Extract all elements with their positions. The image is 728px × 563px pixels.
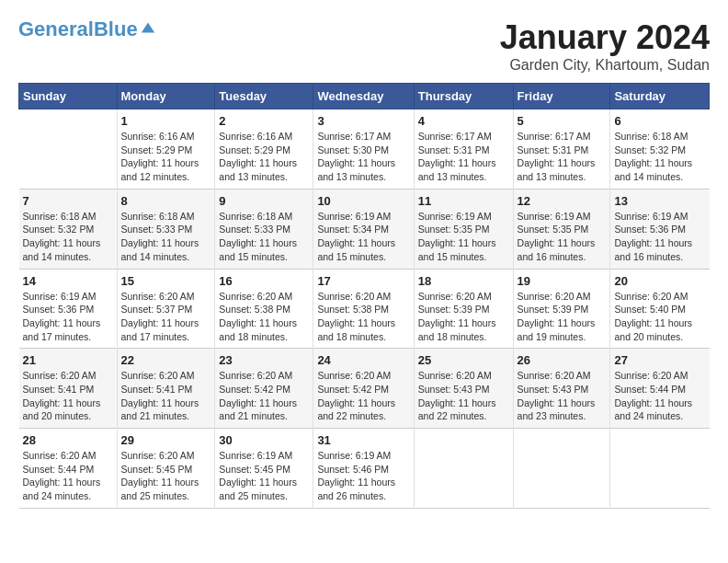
calendar-cell: 2Sunrise: 6:16 AM Sunset: 5:29 PM Daylig… [215,109,313,190]
calendar-cell: 15Sunrise: 6:20 AM Sunset: 5:37 PM Dayli… [117,269,215,349]
day-number: 22 [121,353,211,367]
calendar-cell: 17Sunrise: 6:20 AM Sunset: 5:38 PM Dayli… [313,269,414,349]
cell-info: Sunrise: 6:20 AM Sunset: 5:37 PM Dayligh… [121,290,211,344]
day-number: 10 [317,194,409,208]
cell-info: Sunrise: 6:18 AM Sunset: 5:33 PM Dayligh… [121,210,211,264]
calendar-cell: 7Sunrise: 6:18 AM Sunset: 5:32 PM Daylig… [19,189,118,269]
day-number: 21 [23,353,113,367]
calendar-cell: 4Sunrise: 6:17 AM Sunset: 5:31 PM Daylig… [414,109,513,190]
day-number: 13 [614,194,705,208]
calendar-cell: 10Sunrise: 6:19 AM Sunset: 5:34 PM Dayli… [313,189,414,269]
calendar-cell [414,429,513,509]
calendar-cell: 11Sunrise: 6:19 AM Sunset: 5:35 PM Dayli… [414,189,513,269]
day-number: 18 [418,274,509,288]
calendar-cell: 23Sunrise: 6:20 AM Sunset: 5:42 PM Dayli… [215,349,313,429]
day-number: 1 [121,114,211,128]
calendar-week-row: 7Sunrise: 6:18 AM Sunset: 5:32 PM Daylig… [19,189,710,269]
cell-info: Sunrise: 6:19 AM Sunset: 5:36 PM Dayligh… [614,210,705,264]
calendar-cell: 31Sunrise: 6:19 AM Sunset: 5:46 PM Dayli… [313,429,414,509]
day-number: 28 [23,433,113,447]
day-number: 14 [23,274,113,288]
cell-info: Sunrise: 6:16 AM Sunset: 5:29 PM Dayligh… [219,130,309,184]
header-friday: Friday [513,84,610,109]
calendar-cell: 12Sunrise: 6:19 AM Sunset: 5:35 PM Dayli… [513,189,610,269]
day-number: 24 [317,353,409,367]
day-number: 23 [219,353,309,367]
cell-info: Sunrise: 6:17 AM Sunset: 5:30 PM Dayligh… [317,130,409,184]
day-number: 7 [23,194,113,208]
header-saturday: Saturday [610,84,710,109]
calendar-cell: 25Sunrise: 6:20 AM Sunset: 5:43 PM Dayli… [414,349,513,429]
day-number: 2 [219,114,309,128]
calendar-header-row: SundayMondayTuesdayWednesdayThursdayFrid… [19,84,710,109]
calendar-cell: 26Sunrise: 6:20 AM Sunset: 5:43 PM Dayli… [513,349,610,429]
day-number: 27 [614,353,705,367]
calendar-cell [19,109,118,190]
cell-info: Sunrise: 6:16 AM Sunset: 5:29 PM Dayligh… [121,130,211,184]
calendar-cell: 29Sunrise: 6:20 AM Sunset: 5:45 PM Dayli… [117,429,215,509]
page-subtitle: Garden City, Khartoum, Sudan [500,57,710,74]
cell-info: Sunrise: 6:20 AM Sunset: 5:42 PM Dayligh… [317,369,409,423]
title-block: January 2024 Garden City, Khartoum, Suda… [500,18,710,74]
day-number: 26 [518,353,607,367]
calendar-cell: 6Sunrise: 6:18 AM Sunset: 5:32 PM Daylig… [610,109,710,190]
calendar-cell: 8Sunrise: 6:18 AM Sunset: 5:33 PM Daylig… [117,189,215,269]
cell-info: Sunrise: 6:19 AM Sunset: 5:35 PM Dayligh… [418,210,509,264]
header-thursday: Thursday [414,84,513,109]
calendar-cell: 19Sunrise: 6:20 AM Sunset: 5:39 PM Dayli… [513,269,610,349]
day-number: 4 [418,114,509,128]
svg-marker-0 [141,23,154,33]
calendar-cell: 27Sunrise: 6:20 AM Sunset: 5:44 PM Dayli… [610,349,710,429]
cell-info: Sunrise: 6:20 AM Sunset: 5:44 PM Dayligh… [23,449,113,503]
day-number: 6 [614,114,705,128]
calendar-cell: 20Sunrise: 6:20 AM Sunset: 5:40 PM Dayli… [610,269,710,349]
cell-info: Sunrise: 6:20 AM Sunset: 5:39 PM Dayligh… [518,290,607,344]
cell-info: Sunrise: 6:19 AM Sunset: 5:35 PM Dayligh… [518,210,607,264]
calendar-cell [610,429,710,509]
calendar-week-row: 21Sunrise: 6:20 AM Sunset: 5:41 PM Dayli… [19,349,710,429]
day-number: 5 [518,114,607,128]
day-number: 25 [418,353,509,367]
header-sunday: Sunday [19,84,118,109]
day-number: 31 [317,433,409,447]
calendar-cell: 22Sunrise: 6:20 AM Sunset: 5:41 PM Dayli… [117,349,215,429]
page-header: GeneralBlue January 2024 Garden City, Kh… [18,18,710,74]
calendar-week-row: 28Sunrise: 6:20 AM Sunset: 5:44 PM Dayli… [19,429,710,509]
cell-info: Sunrise: 6:20 AM Sunset: 5:45 PM Dayligh… [121,449,211,503]
logo-icon [140,19,156,36]
calendar-cell: 3Sunrise: 6:17 AM Sunset: 5:30 PM Daylig… [313,109,414,190]
cell-info: Sunrise: 6:20 AM Sunset: 5:41 PM Dayligh… [121,369,211,423]
calendar-cell: 21Sunrise: 6:20 AM Sunset: 5:41 PM Dayli… [19,349,118,429]
cell-info: Sunrise: 6:19 AM Sunset: 5:36 PM Dayligh… [23,290,113,344]
cell-info: Sunrise: 6:19 AM Sunset: 5:46 PM Dayligh… [317,449,409,503]
day-number: 29 [121,433,211,447]
calendar-cell: 16Sunrise: 6:20 AM Sunset: 5:38 PM Dayli… [215,269,313,349]
calendar-cell: 9Sunrise: 6:18 AM Sunset: 5:33 PM Daylig… [215,189,313,269]
logo: GeneralBlue [18,18,156,40]
calendar-cell: 5Sunrise: 6:17 AM Sunset: 5:31 PM Daylig… [513,109,610,190]
day-number: 15 [121,274,211,288]
cell-info: Sunrise: 6:19 AM Sunset: 5:45 PM Dayligh… [219,449,309,503]
header-tuesday: Tuesday [215,84,313,109]
cell-info: Sunrise: 6:20 AM Sunset: 5:38 PM Dayligh… [219,290,309,344]
cell-info: Sunrise: 6:18 AM Sunset: 5:32 PM Dayligh… [23,210,113,264]
calendar-week-row: 1Sunrise: 6:16 AM Sunset: 5:29 PM Daylig… [19,109,710,190]
cell-info: Sunrise: 6:19 AM Sunset: 5:34 PM Dayligh… [317,210,409,264]
calendar-cell: 30Sunrise: 6:19 AM Sunset: 5:45 PM Dayli… [215,429,313,509]
cell-info: Sunrise: 6:17 AM Sunset: 5:31 PM Dayligh… [418,130,509,184]
calendar-cell: 28Sunrise: 6:20 AM Sunset: 5:44 PM Dayli… [19,429,118,509]
cell-info: Sunrise: 6:17 AM Sunset: 5:31 PM Dayligh… [518,130,607,184]
calendar-cell: 1Sunrise: 6:16 AM Sunset: 5:29 PM Daylig… [117,109,215,190]
calendar-cell: 13Sunrise: 6:19 AM Sunset: 5:36 PM Dayli… [610,189,710,269]
cell-info: Sunrise: 6:20 AM Sunset: 5:40 PM Dayligh… [614,290,705,344]
cell-info: Sunrise: 6:20 AM Sunset: 5:41 PM Dayligh… [23,369,113,423]
day-number: 30 [219,433,309,447]
day-number: 8 [121,194,211,208]
calendar-cell: 24Sunrise: 6:20 AM Sunset: 5:42 PM Dayli… [313,349,414,429]
header-wednesday: Wednesday [313,84,414,109]
cell-info: Sunrise: 6:20 AM Sunset: 5:39 PM Dayligh… [418,290,509,344]
calendar-table: SundayMondayTuesdayWednesdayThursdayFrid… [18,83,710,509]
day-number: 11 [418,194,509,208]
calendar-cell [513,429,610,509]
day-number: 19 [518,274,607,288]
